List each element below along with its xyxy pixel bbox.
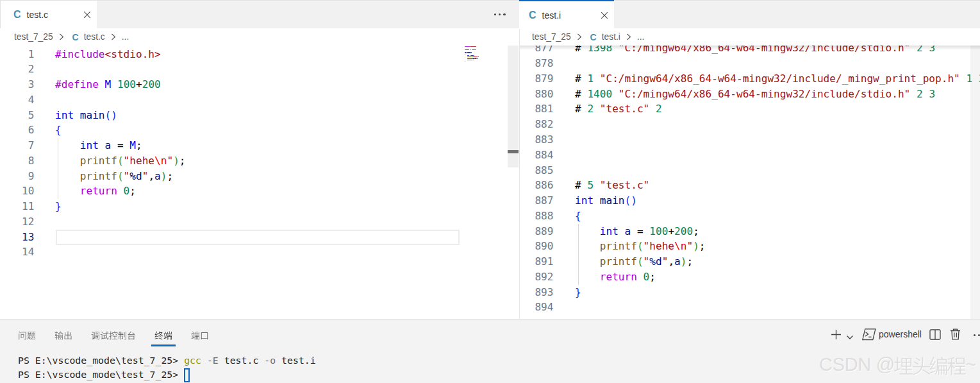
code-line-6[interactable]: 6{ bbox=[0, 123, 519, 138]
code-text: # 1400 "C:/mingw64/x86_64-w64-mingw32/in… bbox=[575, 87, 935, 102]
code-line-12[interactable]: 12 bbox=[0, 214, 519, 230]
tab-test-c[interactable]: C test.c bbox=[1, 1, 97, 28]
line-number: 12 bbox=[0, 214, 35, 230]
line-number: 887 bbox=[520, 193, 554, 209]
panel-more-actions-icon[interactable] bbox=[974, 334, 980, 336]
right-editor-scrollbar[interactable] bbox=[970, 46, 980, 319]
line-number: 889 bbox=[520, 224, 554, 239]
line-number: 8 bbox=[0, 153, 35, 169]
editor-test-i[interactable]: 877# 1398 "C:/mingw64/x86_64-w64-mingw32… bbox=[520, 46, 980, 319]
code-line-886[interactable]: 886# 5 "test.c" bbox=[520, 178, 980, 193]
active-tab-underline bbox=[151, 345, 176, 346]
code-line-889[interactable]: 889 int a = 100+200; bbox=[520, 224, 980, 239]
overview-ruler-cursor-mark bbox=[508, 150, 519, 154]
code-text: printf("hehe\n"); bbox=[575, 239, 706, 254]
line-number: 883 bbox=[520, 132, 554, 148]
minimap[interactable] bbox=[465, 46, 510, 72]
code-line-888[interactable]: 888{ bbox=[520, 209, 980, 224]
code-line-885[interactable]: 885 bbox=[520, 163, 980, 178]
terminal-powershell-icon bbox=[862, 328, 876, 343]
code-line-887[interactable]: 887int main() bbox=[520, 193, 980, 209]
code-line-3[interactable]: 3#define M 100+200 bbox=[0, 77, 519, 92]
breadcrumb-symbol[interactable]: ... bbox=[637, 32, 645, 42]
line-number: 7 bbox=[0, 138, 35, 153]
code-line-878[interactable]: 878 bbox=[520, 56, 980, 71]
code-line-10[interactable]: 10 return 0; bbox=[0, 183, 519, 199]
code-text: } bbox=[575, 285, 581, 300]
code-text: return 0; bbox=[575, 269, 656, 285]
kill-terminal-trash-icon[interactable] bbox=[950, 328, 961, 343]
code-text: } bbox=[55, 199, 62, 214]
tab-test-i[interactable]: C test.i bbox=[519, 0, 614, 29]
breadcrumb-folder[interactable]: test_7_25 bbox=[14, 32, 53, 42]
code-line-890[interactable]: 890 printf("hehe\n"); bbox=[520, 239, 980, 254]
line-number: 2 bbox=[0, 62, 35, 77]
left-editor-scrollbar[interactable] bbox=[508, 46, 519, 167]
code-line-2[interactable]: 2 bbox=[0, 62, 519, 77]
panel-actions: powershell bbox=[0, 328, 980, 343]
split-terminal-icon[interactable] bbox=[929, 329, 941, 343]
code-text: # 1 "C:/mingw64/x86_64-w64-mingw32/inclu… bbox=[575, 71, 980, 87]
terminal-line: PS E:\vscode_mode\test_7_25> bbox=[18, 368, 316, 382]
breadcrumb[interactable]: test_7_25Ctest.c... bbox=[0, 28, 519, 46]
code-line-883[interactable]: 883 bbox=[520, 132, 980, 148]
line-number: 884 bbox=[520, 148, 554, 163]
line-number: 890 bbox=[520, 239, 554, 254]
code-text: int main() bbox=[575, 193, 637, 209]
code-line-1[interactable]: 1#include<stdio.h> bbox=[0, 47, 519, 62]
scroll-shadow bbox=[520, 46, 980, 50]
indent-guide bbox=[578, 224, 579, 285]
breadcrumb-folder[interactable]: test_7_25 bbox=[532, 32, 571, 42]
code-line-11[interactable]: 11} bbox=[0, 199, 519, 214]
line-number: 882 bbox=[520, 117, 554, 132]
code-text: #include<stdio.h> bbox=[55, 47, 161, 62]
code-line-891[interactable]: 891 printf("%d",a); bbox=[520, 254, 980, 269]
code-line-879[interactable]: 879# 1 "C:/mingw64/x86_64-w64-mingw32/in… bbox=[520, 71, 980, 87]
line-number: 9 bbox=[0, 169, 35, 184]
code-text: int main() bbox=[55, 108, 117, 123]
line-number: 878 bbox=[520, 56, 554, 71]
line-number: 881 bbox=[520, 101, 554, 117]
code-line-8[interactable]: 8 printf("hehe\n"); bbox=[0, 153, 519, 169]
editor-more-actions-icon[interactable] bbox=[494, 13, 506, 15]
breadcrumb-symbol[interactable]: ... bbox=[122, 32, 129, 42]
code-line-5[interactable]: 5int main() bbox=[0, 108, 519, 123]
line-number: 13 bbox=[0, 230, 35, 245]
terminal-line: PS E:\vscode_mode\test_7_25> gcc -E test… bbox=[18, 353, 316, 368]
close-icon[interactable] bbox=[601, 12, 608, 19]
code-line-7[interactable]: 7 int a = M; bbox=[0, 138, 519, 153]
line-number: 885 bbox=[520, 163, 554, 178]
code-line-882[interactable]: 882 bbox=[520, 117, 980, 132]
editor-group-border bbox=[519, 28, 520, 319]
line-number: 893 bbox=[520, 285, 554, 300]
editor-test-c[interactable]: 1#include<stdio.h>23#define M 100+20045i… bbox=[0, 46, 519, 319]
code-text: return 0; bbox=[55, 183, 136, 199]
code-line-880[interactable]: 880# 1400 "C:/mingw64/x86_64-w64-mingw32… bbox=[520, 87, 980, 102]
code-line-14[interactable]: 14 bbox=[0, 244, 519, 260]
code-line-894[interactable]: 894 bbox=[520, 300, 980, 315]
line-number: 11 bbox=[0, 199, 35, 214]
vscode-window: C test.c C test.i test_7_25Ctest.c... te… bbox=[0, 0, 980, 383]
breadcrumb-file[interactable]: test.c bbox=[84, 32, 105, 42]
breadcrumb-file[interactable]: test.i bbox=[602, 32, 620, 42]
code-line-893[interactable]: 893} bbox=[520, 285, 980, 300]
breadcrumb[interactable]: test_7_25Ctest.i... bbox=[520, 28, 980, 46]
code-line-4[interactable]: 4 bbox=[0, 92, 519, 108]
code-line-884[interactable]: 884 bbox=[520, 148, 980, 163]
tab-label: test.i bbox=[542, 10, 561, 21]
chevron-right-icon bbox=[577, 33, 582, 40]
close-icon[interactable] bbox=[83, 11, 91, 19]
code-line-881[interactable]: 881# 2 "test.c" 2 bbox=[520, 101, 980, 117]
line-number: 3 bbox=[0, 77, 35, 92]
line-number: 892 bbox=[520, 269, 554, 285]
c-file-icon: C bbox=[590, 32, 597, 42]
code-line-9[interactable]: 9 printf("%d",a); bbox=[0, 169, 519, 184]
new-terminal-icon[interactable] bbox=[831, 329, 842, 343]
terminal[interactable]: PS E:\vscode_mode\test_7_25> gcc -E test… bbox=[18, 353, 316, 383]
line-number: 5 bbox=[0, 108, 35, 123]
code-line-892[interactable]: 892 return 0; bbox=[520, 269, 980, 285]
c-file-icon: C bbox=[13, 9, 21, 21]
chevron-down-icon[interactable] bbox=[846, 332, 854, 343]
terminal-name-label[interactable]: powershell bbox=[879, 329, 922, 339]
chevron-right-icon bbox=[111, 33, 116, 40]
